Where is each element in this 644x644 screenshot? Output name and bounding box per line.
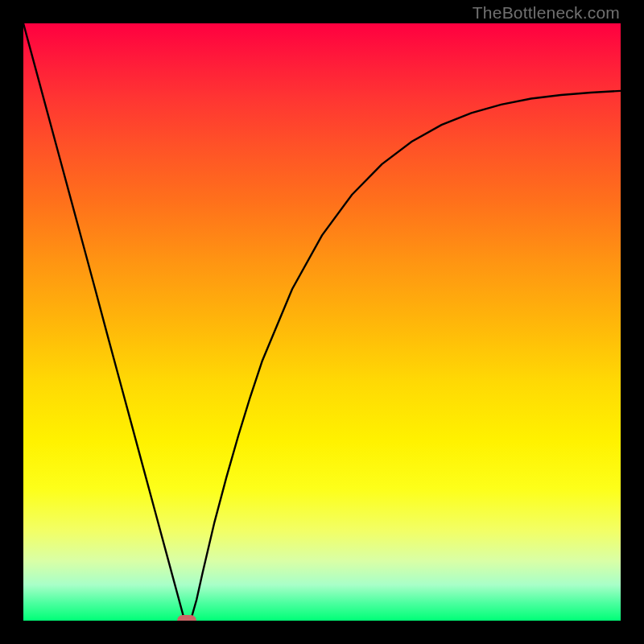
chart-frame: TheBottleneck.com (0, 0, 644, 644)
minimum-marker-icon (177, 615, 196, 621)
watermark-label: TheBottleneck.com (473, 3, 620, 23)
bottleneck-curve (23, 23, 621, 621)
chart-plot-area (23, 23, 621, 621)
